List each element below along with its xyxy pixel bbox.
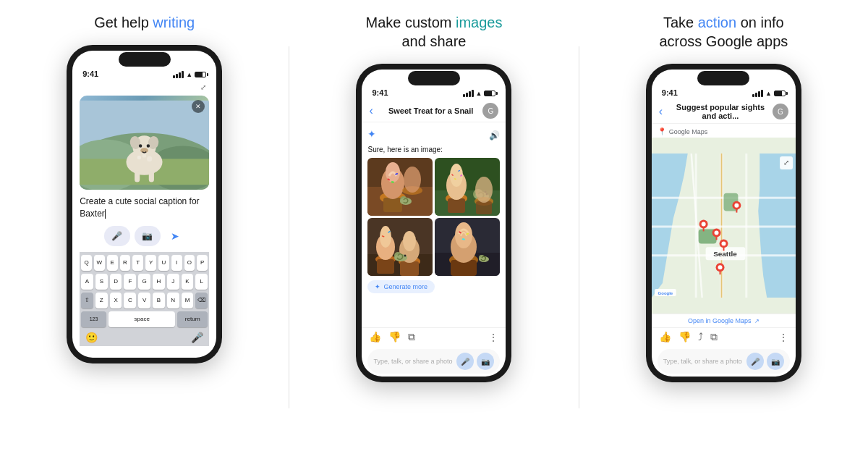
svg-rect-12 — [135, 170, 140, 182]
key-v[interactable]: V — [138, 293, 150, 308]
key-l[interactable]: L — [195, 274, 208, 290]
title-text-3c: across Google apps — [659, 33, 788, 49]
key-z[interactable]: Z — [95, 293, 108, 308]
signal-3 — [752, 90, 763, 97]
keyboard-mic-icon[interactable]: 🎤 — [191, 332, 203, 343]
svg-point-86 — [701, 222, 705, 227]
maps-content: 📍 Google Maps — [652, 125, 796, 377]
more-btn-3[interactable]: ⋮ — [778, 332, 788, 343]
nav-avatar-3[interactable]: G — [773, 104, 788, 119]
generate-icon: ✦ — [375, 283, 380, 290]
key-f[interactable]: F — [124, 274, 136, 290]
key-g[interactable]: G — [138, 274, 150, 290]
phone2-nav: ‹ Sweet Treat for a Snail G — [362, 100, 506, 122]
input-cam-2[interactable]: 📷 — [477, 353, 494, 370]
panel-maps: Take action on info across Google apps 9… — [579, 0, 868, 454]
key-d[interactable]: D — [110, 274, 122, 290]
status-icons-2: ▲ — [463, 90, 496, 97]
thumbs-down-2[interactable]: 👎 — [388, 331, 401, 343]
key-h[interactable]: H — [153, 274, 165, 290]
input-placeholder-3: Type, talk, or share a photo — [663, 358, 744, 365]
input-cam-3[interactable]: 📷 — [767, 353, 784, 370]
key-p[interactable]: P — [197, 255, 208, 271]
key-shift[interactable]: ⇧ — [81, 293, 93, 308]
key-i[interactable]: I — [171, 255, 182, 271]
copy-2[interactable]: ⧉ — [408, 331, 415, 343]
key-t[interactable]: T — [132, 255, 143, 271]
svg-rect-80 — [745, 154, 747, 298]
key-b[interactable]: B — [153, 293, 165, 308]
camera-button[interactable]: 📷 — [135, 226, 161, 246]
key-q[interactable]: Q — [81, 255, 92, 271]
input-bar-3[interactable]: Type, talk, or share a photo 🎤 📷 — [658, 349, 790, 374]
svg-point-67 — [455, 222, 472, 248]
key-r[interactable]: R — [120, 255, 131, 271]
input-mic-3[interactable]: 🎤 — [746, 353, 764, 370]
thumbs-up-2[interactable]: 👍 — [369, 331, 381, 343]
nav-avatar-2[interactable]: G — [482, 103, 498, 119]
open-maps-button[interactable]: Open in Google Maps ↗ — [652, 314, 796, 327]
input-placeholder-2: Type, talk, or share a photo — [373, 358, 454, 365]
svg-text:⤢: ⤢ — [783, 159, 789, 167]
key-s[interactable]: S — [95, 274, 108, 290]
thumbs-up-3[interactable]: 👍 — [659, 331, 671, 343]
key-o[interactable]: O — [184, 255, 195, 271]
svg-rect-13 — [149, 170, 154, 182]
action-bar-3: 👍 👎 ⤴ ⧉ ⋮ — [652, 327, 796, 346]
bar1 — [173, 75, 175, 78]
key-delete[interactable]: ⌫ — [195, 293, 208, 308]
input-mic-2[interactable]: 🎤 — [456, 353, 474, 370]
key-return[interactable]: return — [177, 311, 208, 327]
svg-rect-20 — [383, 198, 402, 212]
key-c[interactable]: C — [124, 293, 136, 308]
svg-rect-77 — [652, 226, 796, 228]
phone2-bottom: 👍 👎 ⧉ ⋮ Type, talk, or share a photo 🎤 📷 — [362, 327, 506, 377]
keyboard: Q W E R T Y U I O P A S D — [80, 252, 209, 346]
back-button-2[interactable]: ‹ — [369, 104, 373, 117]
key-k[interactable]: K — [182, 274, 194, 290]
expand-icon[interactable]: ⤢ — [197, 81, 209, 93]
dog-image-container: ✕ — [80, 96, 209, 190]
more-btn-2[interactable]: ⋮ — [488, 332, 498, 343]
caption-text: Create a cute social caption for Baxter — [80, 196, 199, 219]
svg-text:Seattle: Seattle — [713, 250, 737, 258]
title-text-2b: and share — [402, 33, 467, 49]
emoji-icon[interactable]: 🙂 — [85, 332, 98, 343]
mic-button[interactable]: 🎤 — [104, 226, 130, 246]
generate-btn-label: Generate more — [383, 283, 427, 290]
bar3 — [179, 72, 181, 78]
sound-icon-2[interactable]: 🔊 — [489, 130, 500, 140]
time-2: 9:41 — [372, 88, 388, 97]
svg-point-90 — [721, 241, 726, 245]
wifi-2: ▲ — [476, 90, 482, 97]
key-e[interactable]: E — [107, 255, 118, 271]
nav-title-2: Sweet Treat for a Snail — [379, 106, 483, 115]
input-actions: 🎤 📷 ➤ — [80, 226, 209, 246]
svg-point-14 — [137, 156, 141, 159]
svg-point-88 — [734, 203, 739, 208]
thumbs-down-3[interactable]: 👎 — [678, 331, 691, 343]
share-3[interactable]: ⤴ — [698, 331, 703, 343]
key-w[interactable]: W — [94, 255, 105, 271]
time-1: 9:41 — [82, 70, 98, 78]
bar4 — [182, 71, 184, 78]
input-bar-2[interactable]: Type, talk, or share a photo 🎤 📷 — [367, 349, 500, 374]
key-123[interactable]: 123 — [81, 311, 106, 327]
status-icons-1: ▲ — [173, 71, 206, 78]
key-x[interactable]: X — [110, 293, 122, 308]
copy-3[interactable]: ⧉ — [710, 331, 718, 343]
svg-text:Google: Google — [658, 291, 673, 295]
back-button-3[interactable]: ‹ — [659, 105, 663, 118]
key-j[interactable]: J — [167, 274, 179, 290]
generate-more-button[interactable]: ✦ Generate more — [367, 280, 435, 293]
send-button[interactable]: ➤ — [165, 226, 185, 246]
key-n[interactable]: N — [167, 293, 179, 308]
bar1 — [752, 94, 754, 97]
key-y[interactable]: Y — [145, 255, 156, 271]
map-view[interactable]: Seattle — [652, 138, 796, 314]
bar3 — [758, 91, 760, 97]
key-a[interactable]: A — [81, 274, 93, 290]
key-u[interactable]: U — [158, 255, 169, 271]
key-space[interactable]: space — [109, 311, 176, 327]
key-m[interactable]: M — [182, 293, 194, 308]
